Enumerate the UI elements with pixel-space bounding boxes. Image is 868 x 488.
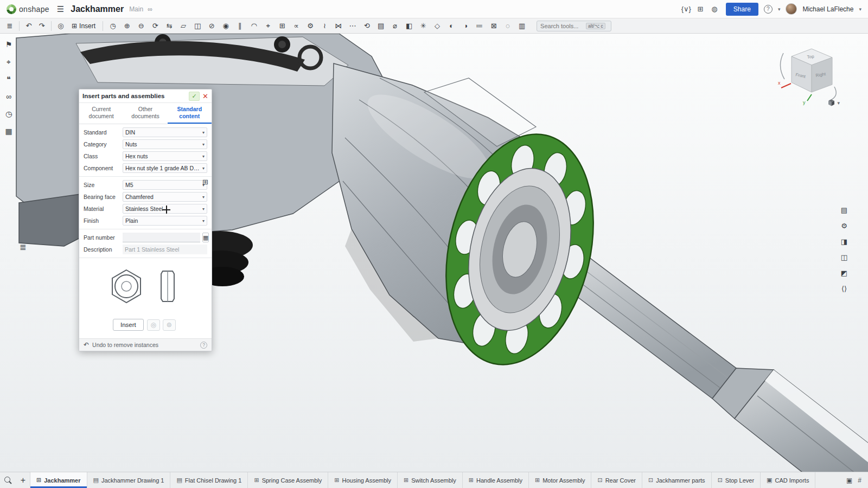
pin-slot-mate-icon[interactable]: ⊘ xyxy=(205,20,219,32)
tab-housing-assembly[interactable]: ⊞ Housing Assembly xyxy=(328,472,398,488)
share-button[interactable]: Share xyxy=(726,3,758,16)
view-cube[interactable]: Top Front Right x y xyxy=(777,44,841,105)
sheet-icon[interactable]: ▥ xyxy=(515,20,529,32)
part-number-input[interactable] xyxy=(123,233,200,242)
search-tabs-icon[interactable] xyxy=(4,477,12,484)
tab-cad-imports[interactable]: ▣ CAD Imports xyxy=(761,472,815,488)
panel-toggle-icon[interactable]: ≣ xyxy=(3,20,16,32)
panel-display-icon[interactable]: ◫ xyxy=(839,252,850,262)
panel-configuration-icon[interactable]: ⚙ xyxy=(839,221,850,230)
units-settings-icon[interactable]: # xyxy=(858,477,861,484)
user-menu-caret-icon[interactable]: ▾ xyxy=(859,7,861,12)
insert-option-replicate-icon[interactable]: ⊚ xyxy=(163,319,176,331)
workspace-name[interactable]: Main xyxy=(129,5,143,13)
insert-button[interactable]: ⊞ Insert xyxy=(67,21,100,31)
apps-grid-icon[interactable]: ⊞ xyxy=(694,5,706,13)
user-avatar[interactable] xyxy=(786,3,797,15)
group-icon[interactable]: ⊞ xyxy=(275,20,289,32)
dropdown-select[interactable]: M5 xyxy=(123,180,207,190)
exploded-view-icon[interactable]: ✳ xyxy=(416,20,430,32)
dropdown-select[interactable]: Plain xyxy=(123,216,207,226)
configurations-icon[interactable]: ≔ xyxy=(473,20,487,32)
hamburger-menu-icon[interactable]: ☰ xyxy=(57,4,64,14)
insert-option-mate-icon[interactable]: ◎ xyxy=(147,319,160,331)
replicate-icon[interactable]: ⋈ xyxy=(331,20,346,32)
search-tools-input[interactable] xyxy=(540,23,586,29)
dialog-tab-current-document[interactable]: Current document xyxy=(79,103,123,124)
tab-manager-icon[interactable]: ▣ xyxy=(846,477,852,484)
slider-mate-icon[interactable]: ⇆ xyxy=(162,20,176,32)
community-icon[interactable]: ◍ xyxy=(709,5,720,13)
share-link-icon[interactable]: ∞ xyxy=(148,5,152,13)
tab-spring-case-assembly[interactable]: ⊞ Spring Case Assembly xyxy=(248,472,328,488)
dialog-tab-other-documents[interactable]: Other documents xyxy=(123,103,167,124)
insert-confirm-button[interactable]: Insert xyxy=(113,319,144,331)
undo-instances-icon[interactable]: ↶ xyxy=(84,341,89,349)
tab-jackhammer-drawing-1[interactable]: ▤ Jackhammer Drawing 1 xyxy=(87,472,171,488)
circular-pattern-icon[interactable]: ⟲ xyxy=(360,20,374,32)
cylindrical-mate-icon[interactable]: ◫ xyxy=(190,20,205,32)
mate-relation-icon[interactable]: ∝ xyxy=(289,20,303,32)
instances-flag-icon[interactable]: ⚑ xyxy=(3,39,14,50)
tab-flat-chisel-drawing-1[interactable]: ▤ Flat Chisel Drawing 1 xyxy=(170,472,248,488)
linear-pattern-icon[interactable]: ⋯ xyxy=(346,20,360,32)
undo-button[interactable]: ↶ xyxy=(22,20,35,32)
gear-relation-icon[interactable]: ⚙ xyxy=(303,20,317,32)
dialog-close-button[interactable]: ✕ xyxy=(202,92,208,100)
part-number-table-icon[interactable]: ▦ xyxy=(202,233,209,242)
named-views-icon[interactable]: ◇ xyxy=(430,20,444,32)
panel-appearance-icon[interactable]: ◨ xyxy=(839,236,850,246)
tab-jackhammer-parts[interactable]: ⊡ Jackhammer parts xyxy=(642,472,712,488)
dropdown-select[interactable]: Nuts xyxy=(123,139,207,149)
dropdown-select[interactable]: Stainless Steel xyxy=(123,204,207,214)
screw-relation-icon[interactable]: ≀ xyxy=(317,20,331,32)
dropdown-select[interactable]: Hex nut style 1 grade AB DIN El xyxy=(123,163,207,173)
history-icon[interactable]: ◷ xyxy=(3,108,14,119)
assembly-tree-toggle[interactable]: ≣ xyxy=(20,242,27,252)
panel-code-icon[interactable]: ⟨⟩ xyxy=(839,284,850,293)
size-table-icon[interactable]: ⊞ xyxy=(202,178,208,186)
revolute-mate-icon[interactable]: ⟳ xyxy=(148,20,162,32)
dialog-accept-button[interactable]: ✓ xyxy=(189,92,200,101)
fastened-mate-icon[interactable]: ⊖ xyxy=(134,20,148,32)
new-tab-button[interactable]: + xyxy=(16,472,30,488)
dialog-tab-standard-content[interactable]: Standard content xyxy=(168,103,212,124)
featurescript-icon[interactable]: {∨} xyxy=(680,5,692,13)
measure-icon[interactable]: ⌀ xyxy=(388,20,402,32)
dropdown-select[interactable]: DIN xyxy=(123,127,207,137)
dropdown-select[interactable]: Chamfered xyxy=(123,192,207,202)
panel-bom-icon[interactable]: ▤ xyxy=(839,205,850,215)
share-graph-icon[interactable]: ∞ xyxy=(3,91,14,102)
tab-motor-assembly[interactable]: ⊞ Motor Assembly xyxy=(529,472,591,488)
section-view-icon[interactable]: ◧ xyxy=(402,20,416,32)
panel-material-icon[interactable]: ◩ xyxy=(839,268,850,278)
tab-stop-lever[interactable]: ⊡ Stop Lever xyxy=(712,472,761,488)
mate-connector-icon[interactable]: ⌖ xyxy=(261,20,275,32)
redo-button[interactable]: ↷ xyxy=(35,20,48,32)
snapshot-icon[interactable]: ◷ xyxy=(106,20,120,32)
dialog-help-icon[interactable]: ? xyxy=(200,342,207,349)
help-caret-icon[interactable]: ▾ xyxy=(778,7,781,12)
bom-icon[interactable]: ▤ xyxy=(374,20,388,32)
tab-handle-assembly[interactable]: ⊞ Handle Assembly xyxy=(463,472,529,488)
tab-rear-cover[interactable]: ⊡ Rear Cover xyxy=(591,472,642,488)
ball-mate-icon[interactable]: ◉ xyxy=(219,20,233,32)
appearance-icon[interactable]: ◑ xyxy=(458,20,473,32)
tab-switch-assembly[interactable]: ⊞ Switch Assembly xyxy=(398,472,463,488)
custom-table-icon[interactable]: ▦ xyxy=(3,126,14,137)
tangent-mate-icon[interactable]: ◠ xyxy=(247,20,261,32)
parallel-mate-icon[interactable]: ∥ xyxy=(233,20,247,32)
search-tools-box[interactable]: alt/⌥ c xyxy=(537,21,611,31)
mate-icon[interactable]: ⊕ xyxy=(120,20,134,32)
help-icon[interactable]: ? xyxy=(764,5,773,14)
tab-jackhammer[interactable]: ⊞ Jackhammer xyxy=(30,472,87,488)
interference-icon[interactable]: ⊠ xyxy=(487,20,501,32)
hide-icon[interactable]: ◌ xyxy=(501,20,515,32)
mate-connector-panel-icon[interactable]: ⌖ xyxy=(3,56,14,67)
dropdown-select[interactable]: Hex nuts xyxy=(123,151,207,161)
rollback-icon[interactable]: ◎ xyxy=(54,20,67,32)
display-states-icon[interactable]: ◐ xyxy=(444,20,458,32)
view-options-button[interactable]: ▾ xyxy=(827,99,840,107)
comment-icon[interactable]: ❝ xyxy=(3,74,14,85)
planar-mate-icon[interactable]: ▱ xyxy=(176,20,190,32)
